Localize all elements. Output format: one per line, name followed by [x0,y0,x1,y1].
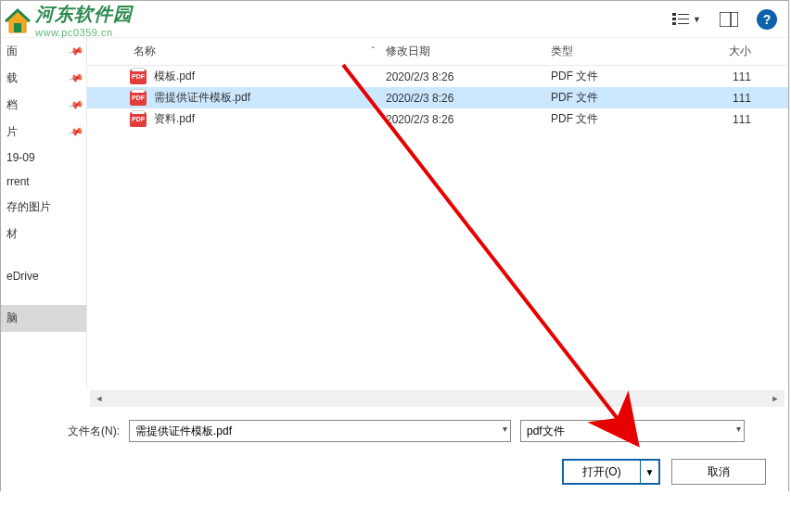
file-size: 111 [701,113,757,126]
sidebar-item-label: 载 [6,70,18,86]
file-type: PDF 文件 [551,111,701,127]
sidebar-item[interactable]: eDrive [1,264,86,288]
file-list-area: 名称ˆ 修改日期 类型 大小 PDF 模板.pdf 2020/2/3 8:26 … [87,38,788,388]
sidebar: 面📌 载📌 档📌 片📌 19-09 rrent 存的图片 材 eDrive 脑 [1,38,87,388]
watermark-logo-icon [2,5,33,36]
main-area: 面📌 载📌 档📌 片📌 19-09 rrent 存的图片 材 eDrive 脑 … [1,38,788,388]
svg-rect-0 [14,23,21,32]
svg-rect-5 [672,22,676,25]
svg-rect-2 [678,14,689,15]
sidebar-item[interactable]: 19-09 [1,146,86,170]
sidebar-item[interactable]: 材 [1,221,86,247]
cancel-button[interactable]: 取消 [671,459,766,485]
sidebar-spacer [1,247,86,264]
sidebar-item[interactable]: 面📌 [1,38,86,65]
preview-pane-button[interactable] [718,8,740,31]
pin-icon: 📌 [68,43,85,59]
svg-rect-3 [672,18,676,20]
watermark-url: www.pc0359.cn [35,27,133,38]
sidebar-item[interactable]: 档📌 [1,92,86,119]
file-type: PDF 文件 [551,90,701,106]
svg-rect-7 [720,12,738,27]
sidebar-item-label: 面 [6,44,18,59]
sidebar-item-label: 存的图片 [6,199,51,215]
pane-icon [720,12,738,27]
sidebar-spacer [1,332,86,348]
scroll-left-icon[interactable]: ◄ [92,392,107,405]
sidebar-item-label: rrent [6,175,30,188]
svg-rect-6 [678,23,689,24]
sidebar-item[interactable]: 片📌 [1,119,86,146]
pin-icon: 📌 [68,96,85,113]
open-dropdown-button[interactable]: ▼ [640,461,658,483]
column-headers: 名称ˆ 修改日期 类型 大小 [87,38,788,66]
file-date: 2020/2/3 8:26 [386,113,551,126]
button-row: 打开(O) ▼ 取消 [68,459,766,485]
sidebar-item-label: eDrive [6,270,39,283]
sidebar-item[interactable]: rrent [1,170,86,194]
bottom-panel: 文件名(N): ▾ ▾ 打开(O) ▼ 取消 [1,409,788,498]
open-button-group: 打开(O) ▼ [562,459,660,485]
view-mode-button[interactable]: ▼ [672,12,701,27]
file-list: PDF 模板.pdf 2020/2/3 8:26 PDF 文件 111 PDF … [87,66,788,388]
scroll-right-icon[interactable]: ► [768,392,783,405]
chevron-down-icon[interactable]: ▾ [503,424,507,434]
file-name: 资料.pdf [154,111,386,127]
filename-combo: ▾ [129,420,511,442]
sidebar-spacer [1,288,86,305]
file-name: 需提供证件模板.pdf [154,90,386,106]
sidebar-item[interactable]: 存的图片 [1,194,86,221]
file-type: PDF 文件 [551,69,701,84]
horizontal-scrollbar[interactable]: ◄ ► [90,390,785,407]
pin-icon: 📌 [68,123,85,140]
help-button[interactable]: ? [757,9,777,30]
filetype-select[interactable] [520,420,745,442]
sidebar-item[interactable] [1,348,86,360]
file-name: 模板.pdf [154,69,386,84]
file-date: 2020/2/3 8:26 [386,92,551,105]
file-size: 111 [701,70,757,83]
svg-rect-1 [672,13,676,16]
filename-row: 文件名(N): ▾ ▾ [68,420,766,442]
chevron-down-icon[interactable]: ▾ [736,424,741,434]
watermark-title: 河东软件园 [35,2,133,27]
chevron-down-icon: ▼ [693,15,701,24]
file-row[interactable]: PDF 模板.pdf 2020/2/3 8:26 PDF 文件 111 [87,66,788,87]
details-view-icon [672,12,691,27]
pin-icon: 📌 [68,70,85,86]
pdf-icon: PDF [130,91,147,106]
sidebar-item-label: 材 [6,226,18,242]
column-name-header[interactable]: 名称ˆ [87,44,386,59]
sort-ascending-icon: ˆ [372,46,375,57]
file-size: 111 [701,92,757,105]
sidebar-item-label: 片 [6,124,18,140]
column-type-header[interactable]: 类型 [551,44,701,59]
sidebar-item-label: 脑 [6,310,18,326]
sidebar-item-label: 档 [6,97,18,113]
scroll-track[interactable] [107,392,768,405]
column-date-header[interactable]: 修改日期 [386,44,551,59]
svg-rect-4 [678,19,689,19]
file-row[interactable]: PDF 需提供证件模板.pdf 2020/2/3 8:26 PDF 文件 111 [87,87,788,108]
filename-label: 文件名(N): [68,424,120,439]
filename-input[interactable] [129,420,511,442]
file-date: 2020/2/3 8:26 [386,70,551,83]
sidebar-item-computer[interactable]: 脑 [1,305,86,332]
column-size-header[interactable]: 大小 [701,44,757,59]
file-open-dialog: ▼ ? 面📌 载📌 档📌 片📌 19-09 rrent 存的图片 材 eDriv… [0,0,789,491]
open-button[interactable]: 打开(O) [564,461,640,483]
pdf-icon: PDF [130,112,147,127]
watermark: 河东软件园 www.pc0359.cn [2,2,133,38]
sidebar-item-label: 19-09 [6,151,35,164]
sidebar-item[interactable]: 载📌 [1,65,86,92]
file-row[interactable]: PDF 资料.pdf 2020/2/3 8:26 PDF 文件 111 [87,108,788,130]
pdf-icon: PDF [130,70,147,84]
